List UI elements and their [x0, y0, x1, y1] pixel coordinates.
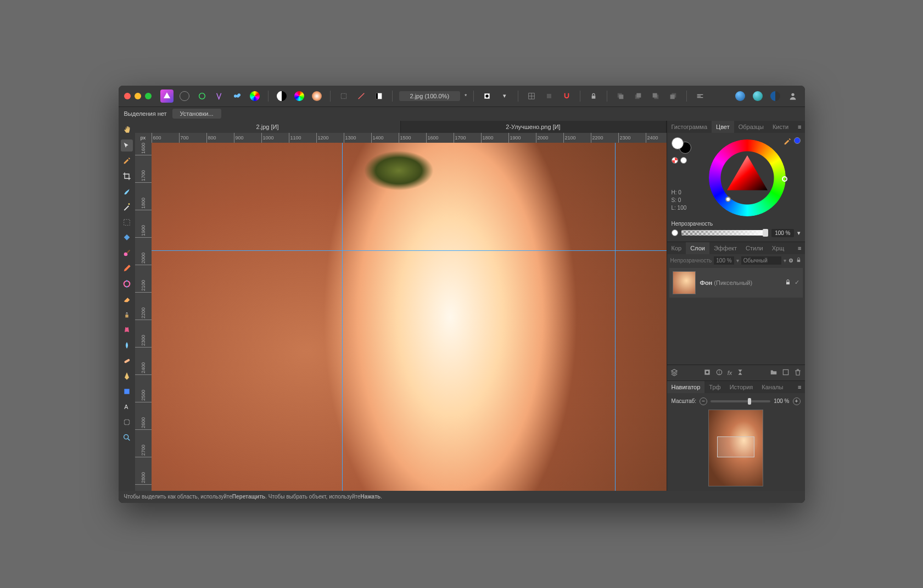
eraser-tool-icon[interactable]: [121, 293, 133, 305]
nav-tab[interactable]: Каналы: [757, 381, 787, 393]
mask-layer-icon[interactable]: [703, 368, 711, 377]
sl-cursor[interactable]: [725, 197, 731, 202]
pencil-tool-icon[interactable]: [121, 262, 133, 275]
color-tab[interactable]: Кисти: [768, 121, 793, 133]
ruler-horizontal[interactable]: 6007008009001000110012001300140015001600…: [152, 133, 667, 143]
clone-tool-icon[interactable]: [121, 309, 133, 321]
guide-vertical[interactable]: [615, 143, 616, 491]
panel-menu-icon[interactable]: ≡: [795, 245, 804, 251]
document-tab[interactable]: 2.jpg [И]: [135, 121, 401, 133]
zoom-slider[interactable]: [711, 400, 770, 402]
canvas[interactable]: [152, 143, 667, 491]
fullscreen-window-button[interactable]: [145, 93, 152, 99]
add-layer-icon[interactable]: [782, 368, 790, 377]
persona-export-icon[interactable]: [248, 89, 261, 103]
mask-mode-icon[interactable]: [480, 89, 494, 103]
persona-photo-icon[interactable]: [178, 89, 191, 103]
recent-color-swatch[interactable]: [794, 137, 801, 144]
magic-wand-icon[interactable]: [121, 201, 133, 213]
move-tool-icon[interactable]: [121, 139, 133, 152]
arrange-front-icon[interactable]: [667, 89, 680, 103]
rectangle-tool-icon[interactable]: [121, 385, 133, 397]
guide-horizontal[interactable]: [152, 250, 667, 251]
panel-menu-icon[interactable]: ≡: [795, 124, 804, 130]
ruler-vertical[interactable]: 1600170018001900200021002200230024002500…: [135, 143, 152, 491]
pen-tool-icon[interactable]: [121, 370, 133, 382]
chevron-down-icon[interactable]: ▾: [784, 257, 786, 264]
trash-icon[interactable]: [794, 368, 802, 377]
inpaint-tool-icon[interactable]: [121, 324, 133, 336]
heal-tool-icon[interactable]: [121, 355, 133, 367]
align-icon[interactable]: [693, 89, 707, 103]
eyedropper-tool-icon[interactable]: [121, 155, 133, 167]
crop-tool-icon[interactable]: [121, 170, 133, 182]
chevron-down-icon[interactable]: ▾: [736, 257, 739, 264]
color-wheel[interactable]: [709, 139, 786, 216]
settings-button[interactable]: Установки...: [172, 109, 221, 119]
nav-tab[interactable]: Навигатор: [667, 381, 705, 393]
flood-fill-icon[interactable]: [121, 232, 133, 244]
layers-tab[interactable]: Эффект: [709, 242, 741, 254]
arrange-backward-icon[interactable]: [631, 89, 645, 103]
color-tab[interactable]: Образцы: [734, 121, 768, 133]
lock-icon[interactable]: [785, 279, 791, 287]
text-tool-icon[interactable]: A: [121, 401, 133, 413]
zoom-in-button[interactable]: +: [793, 397, 801, 405]
chevron-down-icon[interactable]: ▾: [797, 229, 801, 237]
layers-tab[interactable]: Кор: [667, 242, 686, 254]
studio-cyan-icon[interactable]: [751, 89, 764, 103]
gear-icon[interactable]: ⚙: [788, 257, 793, 264]
navigator-viewport[interactable]: [717, 436, 755, 458]
gradient-circle-icon[interactable]: [310, 89, 323, 103]
color-tab[interactable]: Цвет: [712, 121, 734, 133]
persona-tone-icon[interactable]: [231, 89, 244, 103]
magnet-icon[interactable]: [560, 89, 573, 103]
hand-tool-icon[interactable]: [121, 124, 133, 136]
layers-tab[interactable]: Стили: [741, 242, 768, 254]
guide-vertical[interactable]: [342, 143, 343, 491]
minimize-window-button[interactable]: [135, 93, 141, 99]
hue-cursor[interactable]: [782, 176, 787, 182]
close-window-button[interactable]: [124, 93, 131, 99]
studio-blue-icon[interactable]: [734, 89, 747, 103]
lock-icon[interactable]: [587, 89, 600, 103]
marquee-tool-icon[interactable]: [121, 216, 133, 228]
selection-brush-icon[interactable]: [121, 186, 133, 198]
snap-icon[interactable]: [542, 89, 556, 103]
opacity-slider[interactable]: [681, 230, 769, 236]
blend-mode-select[interactable]: Обычный: [741, 256, 781, 265]
white-swatch-icon[interactable]: [680, 157, 687, 164]
visibility-checkbox[interactable]: ✓: [795, 279, 799, 287]
layer-item[interactable]: Фон (Пиксельный) ✓: [669, 268, 803, 298]
color-tab[interactable]: Гистограмма: [667, 121, 712, 133]
paint-brush-icon[interactable]: [121, 247, 133, 259]
arrange-back-icon[interactable]: [614, 89, 627, 103]
layers-stack-icon[interactable]: [670, 368, 678, 377]
hourglass-icon[interactable]: [736, 368, 744, 377]
dodge-tool-icon[interactable]: [121, 339, 133, 351]
panel-menu-icon[interactable]: ≡: [795, 384, 804, 390]
persona-liquify-icon[interactable]: [195, 89, 209, 103]
contrast-icon[interactable]: [275, 89, 288, 103]
layers-tab[interactable]: Слои: [686, 242, 709, 254]
grid-icon[interactable]: [525, 89, 538, 103]
navigator-thumbnail[interactable]: [708, 410, 763, 486]
levels-icon[interactable]: [372, 89, 385, 103]
nav-tab[interactable]: История: [725, 381, 758, 393]
fx-icon[interactable]: fx: [728, 369, 732, 376]
adjustment-layer-icon[interactable]: [715, 368, 723, 377]
none-color-icon[interactable]: [672, 157, 678, 164]
document-tab[interactable]: 2-Улучшено.png [И]: [401, 121, 667, 133]
guides-icon[interactable]: [355, 89, 368, 103]
mesh-tool-icon[interactable]: [121, 416, 133, 428]
layer-opacity-input[interactable]: 100 %: [714, 256, 734, 265]
foreground-background-swatch[interactable]: [672, 137, 691, 154]
nav-tab[interactable]: Трф: [704, 381, 725, 393]
folder-icon[interactable]: [770, 368, 777, 377]
lock-icon[interactable]: [796, 257, 802, 264]
color-replace-icon[interactable]: [121, 278, 133, 290]
arrange-forward-icon[interactable]: [649, 89, 662, 103]
color-circle-icon[interactable]: [293, 89, 306, 103]
layers-tab[interactable]: Хрщ: [768, 242, 789, 254]
opacity-value[interactable]: 100 %: [771, 229, 793, 237]
